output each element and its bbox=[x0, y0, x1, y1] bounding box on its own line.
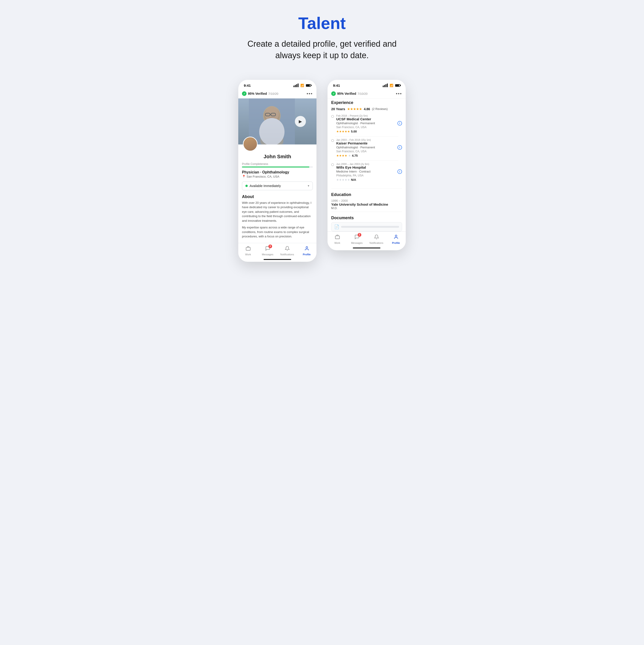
exp-role-text-2: Ophthalmologist · Permanent bbox=[336, 146, 375, 149]
exp-loc-3: Philadelphia, PA, USA bbox=[336, 174, 402, 177]
nav-notifications-label-1: Notifications bbox=[280, 253, 294, 256]
availability-pill[interactable]: Available Immediately ▾ bbox=[242, 182, 313, 190]
exp-score-1: 5.00 bbox=[351, 130, 357, 133]
about-para-1: With over 20 years of experience in opht… bbox=[242, 201, 313, 223]
avail-dot bbox=[245, 185, 248, 187]
exp-stars-2: ★★★★ bbox=[336, 154, 347, 157]
play-button[interactable]: ▶ bbox=[295, 116, 306, 127]
home-indicator-1 bbox=[264, 259, 291, 260]
status-icons-1: 📶 bbox=[293, 83, 311, 87]
phones-container: 9:41 📶 ✓ 95% Verified 7/10/20 ••• bbox=[238, 80, 406, 262]
edu-years: 1996 – 2000 bbox=[331, 199, 402, 202]
avail-label: Available Immediately bbox=[249, 184, 281, 188]
exp-role-text-1: Ophthalmologist · Permanent bbox=[336, 122, 375, 125]
notifications-icon-2 bbox=[374, 234, 379, 241]
completeness-section: Profile Completeness bbox=[238, 162, 316, 169]
status-icons-2: 📶 bbox=[383, 83, 400, 87]
page-title: Talent bbox=[298, 14, 346, 33]
exp-stars-empty-3: ★★★★★ bbox=[336, 178, 350, 182]
info-icon-2[interactable]: i bbox=[397, 145, 402, 150]
exp-role-3: Medicine Intern · Contract i bbox=[336, 169, 402, 174]
nav-notifications-1[interactable]: Notifications bbox=[277, 245, 297, 257]
exp-detail-3: Jun 2000 – Jan 2003 (2y 6m) Wills Eye Ho… bbox=[336, 163, 402, 182]
about-section: About With over 20 years of experience i… bbox=[238, 193, 316, 243]
svg-point-13 bbox=[395, 235, 397, 237]
nav-work-2[interactable]: Work bbox=[328, 233, 347, 245]
verified-date-2: 7/10/20 bbox=[358, 92, 368, 95]
exp-role-2: Ophthalmologist · Permanent i bbox=[336, 145, 402, 150]
exp-years: 20 Years bbox=[331, 107, 345, 111]
exp-score-3: N/A bbox=[351, 178, 356, 182]
exp-item-1: Feb 2018 – Present (2y 5m) UCSF Medical … bbox=[331, 114, 402, 133]
profile-icon-2 bbox=[394, 234, 399, 241]
nav-profile-label-2: Profile bbox=[392, 241, 400, 244]
messages-icon-2: 3 bbox=[355, 234, 360, 241]
education-title: Education bbox=[331, 192, 402, 197]
exp-org-3: Wills Eye Hospital bbox=[336, 165, 402, 169]
messages-badge-1: 3 bbox=[268, 244, 272, 248]
exp-role-1: Ophthalmologist · Permanent i bbox=[336, 121, 402, 126]
completeness-fill bbox=[242, 167, 309, 168]
verified-bar-2: ✓ 95% Verified 7/10/20 ••• bbox=[328, 89, 406, 98]
chevron-down-icon: ▾ bbox=[308, 184, 309, 188]
avail-text: Available Immediately bbox=[245, 184, 281, 188]
location-row: 📍 San Francisco, CA, USA bbox=[242, 175, 313, 178]
experience-section: Experience 20 Years ★★★★★ 4.86 (2 Review… bbox=[328, 98, 406, 187]
specialty-text: Physician · Ophthalmology bbox=[242, 170, 313, 174]
exp-date-2: Jan 2003 – Feb 2018 (15y 1m) bbox=[336, 139, 402, 141]
exp-org-2: Kaiser Permanente bbox=[336, 141, 402, 145]
divider-4 bbox=[331, 212, 402, 212]
verified-date-1: 7/10/20 bbox=[268, 92, 278, 95]
about-title: About bbox=[242, 194, 313, 199]
nav-notifications-2[interactable]: Notifications bbox=[367, 233, 386, 245]
work-icon-1 bbox=[246, 246, 251, 252]
messages-badge-2: 3 bbox=[358, 233, 361, 237]
avatar-1 bbox=[243, 137, 258, 151]
nav-profile-label-1: Profile bbox=[303, 253, 310, 256]
exp-score-2: 4.75 bbox=[352, 154, 358, 157]
phone-2: 9:41 📶 ✓ 95% Verified 7/10/20 ••• bbox=[328, 80, 406, 250]
exp-rating-row-1: ★★★★★ 5.00 bbox=[336, 130, 402, 133]
nav-profile-1[interactable]: Profile bbox=[297, 245, 316, 257]
nav-messages-2[interactable]: 3 Messages bbox=[347, 233, 367, 245]
check-icon-2: ✓ bbox=[331, 91, 336, 96]
person-silhouette bbox=[249, 98, 295, 145]
nav-work-1[interactable]: Work bbox=[238, 245, 258, 257]
nav-work-label-1: Work bbox=[245, 253, 251, 256]
education-section: Education 1996 – 2000 Yale University Sc… bbox=[328, 191, 406, 210]
edu-degree: M.D. bbox=[331, 206, 402, 210]
avatar-face bbox=[244, 137, 257, 151]
status-bar-2: 9:41 📶 bbox=[328, 80, 406, 89]
verified-percent-2: 95% Verified bbox=[337, 92, 356, 95]
work-icon-2 bbox=[335, 234, 340, 241]
svg-point-9 bbox=[259, 118, 284, 145]
exp-loc-1: San Francisco, CA, USA bbox=[336, 126, 402, 129]
exp-stars: ★★★★★ bbox=[347, 107, 362, 111]
time-1: 9:41 bbox=[244, 83, 251, 87]
profile-name: John Smith bbox=[264, 154, 291, 159]
completeness-label: Profile Completeness bbox=[242, 162, 313, 166]
doc-line bbox=[341, 226, 399, 228]
nav-messages-1[interactable]: 3 Messages bbox=[258, 245, 277, 257]
exp-date-3: Jun 2000 – Jan 2003 (2y 6m) bbox=[336, 163, 402, 165]
exp-detail-1: Feb 2018 – Present (2y 5m) UCSF Medical … bbox=[336, 114, 402, 133]
documents-title: Documents bbox=[331, 216, 402, 220]
bottom-nav-2: Work 3 Messages Notificatio bbox=[328, 231, 406, 246]
time-2: 9:41 bbox=[333, 83, 340, 87]
home-indicator-2 bbox=[353, 247, 380, 248]
nav-messages-label-2: Messages bbox=[351, 241, 363, 244]
verified-info-2: ✓ 95% Verified 7/10/20 bbox=[331, 91, 368, 96]
exp-stars-empty-2: ★ bbox=[348, 154, 351, 157]
profile-photo-container: ▶ bbox=[238, 98, 316, 145]
verified-info-1: ✓ 95% Verified 7/10/20 bbox=[242, 91, 278, 96]
more-options-1[interactable]: ••• bbox=[306, 91, 313, 96]
nav-notifications-label-2: Notifications bbox=[370, 241, 383, 244]
nav-profile-2[interactable]: Profile bbox=[386, 233, 406, 245]
info-icon-3[interactable]: i bbox=[397, 169, 402, 174]
divider-2 bbox=[335, 161, 398, 161]
exp-stars-1: ★★★★★ bbox=[336, 130, 350, 133]
page-subtitle: Create a detailed profile, get verified … bbox=[241, 38, 403, 61]
info-icon-1[interactable]: i bbox=[397, 121, 402, 126]
more-options-2[interactable]: ••• bbox=[396, 91, 402, 96]
wifi-icon-2: 📶 bbox=[390, 84, 393, 87]
